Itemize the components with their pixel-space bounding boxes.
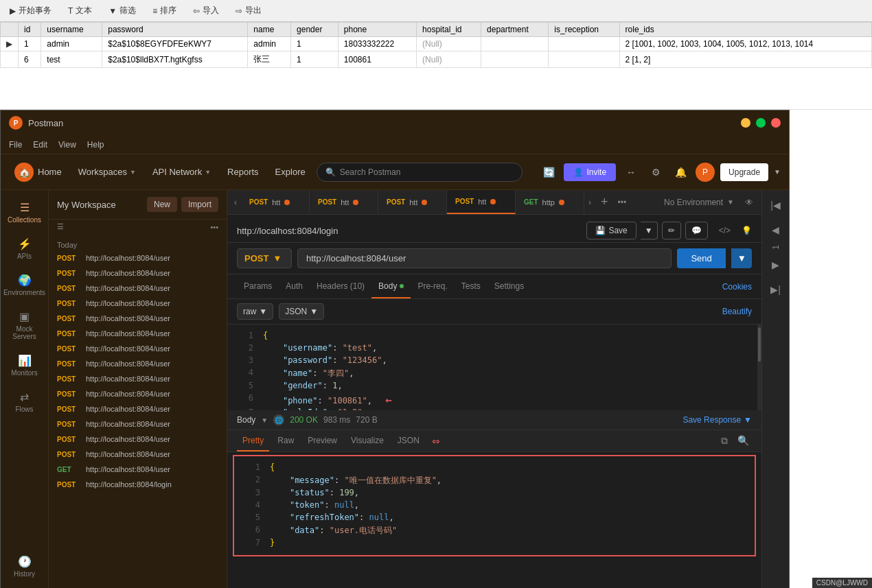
tab-params[interactable]: Params [237, 274, 279, 298]
tabs-back-btn[interactable]: ‹ [230, 198, 241, 207]
list-item[interactable]: POST http://localhost:8084/user [49, 326, 227, 341]
table-row[interactable]: 6 test $2a$10$lldBX7T.hgtKgfss 张三 1 1008… [1, 51, 872, 68]
explore-nav[interactable]: Explore [270, 164, 311, 180]
upgrade-button[interactable]: Upgrade [720, 163, 768, 181]
resp-tab-pretty[interactable]: Pretty [237, 430, 269, 451]
workspaces-nav[interactable]: Workspaces ▼ [73, 164, 141, 180]
minimize-button[interactable]: − [741, 118, 750, 128]
gear-icon-btn[interactable]: ⚙ [646, 163, 665, 182]
eye-icon-btn[interactable]: 👁 [739, 198, 759, 207]
far-right-icon-1[interactable]: |◀ [766, 196, 785, 215]
tab-body[interactable]: Body [371, 274, 411, 298]
sidebar-item-environments[interactable]: 🌍 Environments [3, 268, 47, 302]
tab-auth[interactable]: Auth [279, 274, 310, 298]
settings-btn[interactable]: ↔ [621, 163, 641, 182]
list-item[interactable]: POST http://localhost:8084/user [49, 311, 227, 326]
method-select[interactable]: POST ▼ [237, 248, 292, 268]
menu-file[interactable]: File [9, 140, 22, 150]
scrollbar-thumb[interactable] [758, 327, 761, 362]
list-item[interactable]: POST http://localhost:8084/user [49, 416, 227, 432]
resp-tab-visualize[interactable]: Visualize [345, 430, 389, 451]
cookies-link[interactable]: Cookies [722, 282, 752, 292]
menu-help[interactable]: Help [87, 140, 104, 150]
code-view-btn[interactable]: </> [719, 226, 731, 235]
save-dropdown-button[interactable]: ▼ [641, 222, 658, 239]
col-gender[interactable]: gender [291, 23, 339, 37]
text-btn[interactable]: T 文本 [64, 3, 96, 18]
tab-3[interactable]: POST htt [378, 190, 447, 214]
close-button[interactable]: × [771, 118, 781, 128]
response-collapse-arrow[interactable]: ▼ [261, 416, 268, 424]
more-options-icon[interactable]: ••• [210, 223, 218, 231]
list-item[interactable]: POST http://localhost:8084/user [49, 341, 227, 356]
lightbulb-btn[interactable]: 💡 [742, 226, 752, 235]
sidebar-item-history[interactable]: 🕐 History [3, 550, 47, 583]
save-response-btn[interactable]: Save Response ▼ [682, 415, 752, 425]
table-row[interactable]: ▶ 1 admin $2a$10$8EGYFDFEeKWY7 admin 1 1… [1, 37, 872, 51]
list-item[interactable]: GET http://localhost:8084/user [49, 462, 227, 477]
url-input[interactable] [297, 248, 672, 268]
col-hospital-id[interactable]: hospital_id [417, 23, 481, 37]
resp-tab-json[interactable]: JSON [392, 430, 425, 451]
edit-icon-btn[interactable]: ✏ [662, 222, 681, 239]
tab-4-active[interactable]: POST htt [447, 190, 516, 214]
copy-response-btn[interactable]: ⧉ [718, 434, 731, 448]
start-transaction-btn[interactable]: ▶ 开始事务 [5, 3, 56, 18]
tab-1[interactable]: POST htt [241, 190, 310, 214]
bell-icon-btn[interactable]: 🔔 [671, 163, 690, 182]
import-btn[interactable]: ⇦ 导入 [189, 3, 223, 18]
far-right-icon-2[interactable]: ◀ [766, 220, 785, 239]
list-item[interactable]: POST http://localhost:8084/user [49, 386, 227, 401]
request-body-editor[interactable]: 1 { 2 "username": "test", 3 "password": … [227, 325, 761, 410]
far-right-icon-4[interactable]: ▶| [766, 280, 785, 299]
tab-prereq[interactable]: Pre-req. [411, 274, 454, 298]
new-button[interactable]: New [147, 197, 177, 212]
save-button[interactable]: 💾 Save [586, 222, 636, 239]
tabs-forward-btn[interactable]: › [584, 198, 595, 207]
tab-settings[interactable]: Settings [487, 274, 531, 298]
sidebar-item-mock-servers[interactable]: ▣ Mock Servers [3, 305, 47, 346]
new-tab-btn[interactable]: + [595, 195, 614, 209]
sync-icon-btn[interactable]: 🔄 [539, 163, 558, 182]
resp-tab-raw[interactable]: Raw [272, 430, 299, 451]
format-select[interactable]: raw ▼ [237, 303, 273, 320]
invite-button[interactable]: 👤 Invite [564, 163, 616, 181]
col-id[interactable]: id [19, 23, 41, 37]
avatar-btn[interactable]: P [696, 163, 715, 182]
col-phone[interactable]: phone [338, 23, 416, 37]
tab-tests[interactable]: Tests [455, 274, 487, 298]
list-item[interactable]: POST http://localhost:8084/user [49, 432, 227, 447]
import-button[interactable]: Import [181, 197, 218, 212]
resp-tab-preview[interactable]: Preview [302, 430, 343, 451]
home-button[interactable]: 🏠 Home [9, 160, 67, 185]
col-role-ids[interactable]: role_ids [619, 23, 871, 37]
col-department[interactable]: department [481, 23, 549, 37]
maximize-button[interactable]: □ [756, 118, 766, 128]
reports-nav[interactable]: Reports [222, 164, 264, 180]
list-item[interactable]: POST http://localhost:8084/user [49, 356, 227, 371]
list-item[interactable]: POST http://localhost:8084/user [49, 371, 227, 386]
comment-icon-btn[interactable]: 💬 [685, 222, 708, 239]
api-network-nav[interactable]: API Network ▼ [147, 164, 216, 180]
send-button[interactable]: Send [677, 248, 725, 268]
environment-selector[interactable]: No Environment ▼ [658, 198, 739, 207]
beautify-button[interactable]: Beautify [722, 307, 752, 316]
menu-edit[interactable]: Edit [33, 140, 47, 150]
far-right-icon-3[interactable]: ▶ [766, 255, 785, 274]
upgrade-dropdown-arrow[interactable]: ▼ [774, 168, 781, 176]
col-username[interactable]: username [41, 23, 102, 37]
export-btn[interactable]: ⇨ 导出 [231, 3, 266, 18]
sidebar-item-monitors[interactable]: 📊 Monitors [3, 349, 47, 382]
list-item[interactable]: POST http://localhost:8084/login [49, 477, 227, 492]
search-box[interactable]: 🔍 Search Postman [317, 163, 523, 182]
list-item[interactable]: POST http://localhost:8084/user [49, 447, 227, 462]
send-dropdown-button[interactable]: ▼ [731, 248, 752, 268]
sidebar-item-collections[interactable]: ☰ Collections [3, 196, 47, 229]
tab-headers[interactable]: Headers (10) [310, 274, 371, 298]
search-response-btn[interactable]: 🔍 [735, 434, 752, 448]
list-item[interactable]: POST http://localhost:8084/user [49, 281, 227, 296]
tab-5[interactable]: GET http [516, 190, 584, 214]
list-item[interactable]: POST http://localhost:8084/user [49, 266, 227, 281]
tab-2[interactable]: POST htt [310, 190, 378, 214]
sidebar-item-flows[interactable]: ⇄ Flows [3, 385, 47, 419]
